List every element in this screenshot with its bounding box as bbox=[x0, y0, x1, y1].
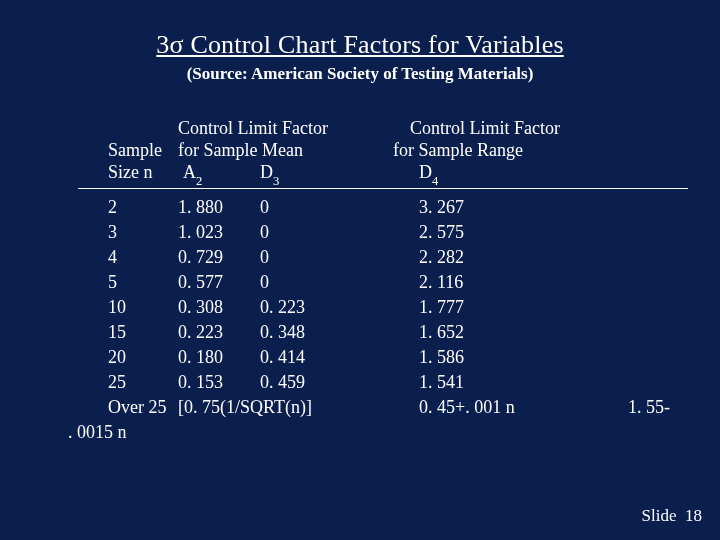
cell-a2: 0. 577 bbox=[178, 270, 223, 295]
cell-d3: 0. 414 bbox=[260, 345, 305, 370]
cell-a2: 1. 023 bbox=[178, 220, 223, 245]
cell-a2: 1. 880 bbox=[178, 195, 223, 220]
table-row: 4 0. 729 0 2. 282 bbox=[88, 245, 690, 270]
cell-n: 2 bbox=[108, 195, 117, 220]
cell-n: 25 bbox=[108, 370, 126, 395]
cell-right: 1. 55- bbox=[628, 395, 670, 420]
cell-a2: 0. 180 bbox=[178, 345, 223, 370]
slide-number-value: 18 bbox=[685, 506, 702, 525]
cell-n: 3 bbox=[108, 220, 117, 245]
cell-a2: 0. 223 bbox=[178, 320, 223, 345]
table-footnote: . 0015 n bbox=[68, 420, 127, 445]
header-sample: Sample bbox=[108, 140, 162, 161]
cell-d4: 3. 267 bbox=[419, 195, 464, 220]
table-row: 5 0. 577 0 2. 116 bbox=[88, 270, 690, 295]
cell-n: 20 bbox=[108, 345, 126, 370]
table-row-over25: Over 25 [0. 75(1/SQRT(n)] 0. 45+. 001 n … bbox=[88, 395, 690, 420]
slide: 3σ Control Chart Factors for Variables (… bbox=[0, 0, 720, 540]
header-d3-sub: 3 bbox=[273, 174, 279, 188]
header-size-n: Size n bbox=[108, 162, 153, 183]
header-clf-mean-line1: Control Limit Factor bbox=[178, 118, 328, 139]
cell-a2: 0. 729 bbox=[178, 245, 223, 270]
cell-d3: 0 bbox=[260, 220, 269, 245]
header-a2: A2 bbox=[183, 162, 202, 187]
cell-d4: 2. 282 bbox=[419, 245, 464, 270]
cell-a2: 0. 308 bbox=[178, 295, 223, 320]
slide-subtitle: (Source: American Society of Testing Mat… bbox=[0, 64, 720, 84]
cell-n: 5 bbox=[108, 270, 117, 295]
table-row: 10 0. 308 0. 223 1. 777 bbox=[88, 295, 690, 320]
cell-d4: 1. 652 bbox=[419, 320, 464, 345]
header-d4-prefix: D bbox=[419, 162, 432, 182]
cell-d3: 0. 348 bbox=[260, 320, 305, 345]
factors-table: Control Limit Factor Control Limit Facto… bbox=[88, 110, 690, 445]
header-clf-range-line1: Control Limit Factor bbox=[410, 118, 560, 139]
header-d4-sub: 4 bbox=[432, 174, 438, 188]
cell-d4: 1. 586 bbox=[419, 345, 464, 370]
table-row: 25 0. 153 0. 459 1. 541 bbox=[88, 370, 690, 395]
table-rule bbox=[78, 188, 688, 189]
table-row: 3 1. 023 0 2. 575 bbox=[88, 220, 690, 245]
cell-d3: 0. 223 bbox=[260, 295, 305, 320]
header-clf-range-line2: for Sample Range bbox=[393, 140, 523, 161]
table-footnote-row: . 0015 n bbox=[88, 420, 690, 445]
table-row: 2 1. 880 0 3. 267 bbox=[88, 195, 690, 220]
table-header: Control Limit Factor Control Limit Facto… bbox=[88, 110, 690, 188]
cell-n: Over 25 bbox=[108, 395, 166, 420]
cell-n: 10 bbox=[108, 295, 126, 320]
cell-d3: 0 bbox=[260, 195, 269, 220]
header-d4: D4 bbox=[419, 162, 438, 187]
slide-number-label: Slide bbox=[642, 506, 677, 525]
cell-d4: 2. 116 bbox=[419, 270, 463, 295]
cell-d4: 0. 45+. 001 n bbox=[419, 395, 515, 420]
cell-a2: 0. 153 bbox=[178, 370, 223, 395]
cell-n: 15 bbox=[108, 320, 126, 345]
cell-d4: 1. 777 bbox=[419, 295, 464, 320]
header-a2-sub: 2 bbox=[196, 174, 202, 188]
cell-n: 4 bbox=[108, 245, 117, 270]
header-d3-prefix: D bbox=[260, 162, 273, 182]
header-d3: D3 bbox=[260, 162, 279, 187]
cell-d4: 1. 541 bbox=[419, 370, 464, 395]
cell-a2d3: [0. 75(1/SQRT(n)] bbox=[178, 395, 312, 420]
cell-d4: 2. 575 bbox=[419, 220, 464, 245]
cell-d3: 0. 459 bbox=[260, 370, 305, 395]
table-row: 20 0. 180 0. 414 1. 586 bbox=[88, 345, 690, 370]
cell-d3: 0 bbox=[260, 270, 269, 295]
slide-title: 3σ Control Chart Factors for Variables bbox=[0, 30, 720, 60]
table-row: 15 0. 223 0. 348 1. 652 bbox=[88, 320, 690, 345]
header-clf-mean-line2: for Sample Mean bbox=[178, 140, 303, 161]
table-body: 2 1. 880 0 3. 267 3 1. 023 0 2. 575 4 0.… bbox=[88, 195, 690, 445]
cell-d3: 0 bbox=[260, 245, 269, 270]
header-a2-prefix: A bbox=[183, 162, 196, 182]
slide-number: Slide 18 bbox=[642, 506, 702, 526]
